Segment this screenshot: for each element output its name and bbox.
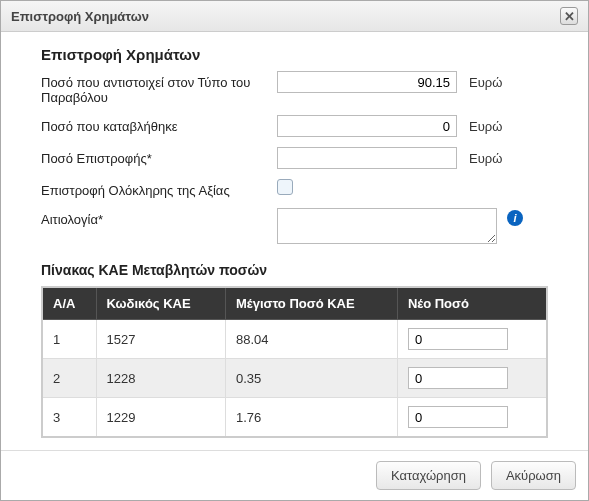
th-code: Κωδικός ΚΑΕ	[96, 287, 225, 320]
cell-new	[397, 320, 547, 359]
dialog-title: Επιστροφή Χρημάτων	[11, 9, 149, 24]
dialog-content: Επιστροφή Χρημάτων Ποσό που αντιστοιχεί …	[1, 32, 588, 451]
amount-type-label: Ποσό που αντιστοιχεί στον Τύπο του Παραβ…	[41, 71, 271, 105]
amount-type-unit: Ευρώ	[463, 71, 502, 90]
refund-dialog: Επιστροφή Χρημάτων ✕ Επιστροφή Χρημάτων …	[0, 0, 589, 501]
row-justification: Αιτιολογία* i	[41, 208, 548, 244]
amount-paid-input[interactable]	[277, 115, 457, 137]
cell-aa: 1	[42, 320, 96, 359]
table-heading: Πίνακας ΚΑΕ Μεταβλητών ποσών	[41, 262, 548, 278]
new-amount-input[interactable]	[408, 328, 508, 350]
full-refund-label: Επιστροφή Ολόκληρης της Αξίας	[41, 179, 271, 198]
row-amount-type: Ποσό που αντιστοιχεί στον Τύπο του Παραβ…	[41, 71, 548, 105]
th-max: Μέγιστο Ποσό ΚΑΕ	[225, 287, 397, 320]
cell-max: 1.76	[225, 398, 397, 438]
cell-max: 0.35	[225, 359, 397, 398]
row-amount-paid: Ποσό που καταβλήθηκε Ευρώ	[41, 115, 548, 137]
cell-new	[397, 359, 547, 398]
table-row: 212280.35	[42, 359, 547, 398]
justification-label: Αιτιολογία*	[41, 208, 271, 227]
justification-textarea[interactable]	[277, 208, 497, 244]
row-full-refund: Επιστροφή Ολόκληρης της Αξίας	[41, 179, 548, 198]
section-title: Επιστροφή Χρημάτων	[41, 46, 548, 63]
cell-aa: 3	[42, 398, 96, 438]
amount-paid-label: Ποσό που καταβλήθηκε	[41, 115, 271, 134]
cancel-button[interactable]: Ακύρωση	[491, 461, 576, 490]
row-refund-amount: Ποσό Επιστροφής* Ευρώ	[41, 147, 548, 169]
cell-new	[397, 398, 547, 438]
refund-amount-label: Ποσό Επιστροφής*	[41, 147, 271, 166]
close-button[interactable]: ✕	[560, 7, 578, 25]
refund-amount-input[interactable]	[277, 147, 457, 169]
th-new: Νέο Ποσό	[397, 287, 547, 320]
close-icon: ✕	[564, 9, 575, 24]
submit-button[interactable]: Καταχώρηση	[376, 461, 481, 490]
cell-code: 1229	[96, 398, 225, 438]
new-amount-input[interactable]	[408, 367, 508, 389]
cell-max: 88.04	[225, 320, 397, 359]
th-aa: Α/Α	[42, 287, 96, 320]
dialog-titlebar: Επιστροφή Χρημάτων ✕	[1, 1, 588, 32]
full-refund-checkbox[interactable]	[277, 179, 293, 195]
cell-aa: 2	[42, 359, 96, 398]
dialog-buttonbar: Καταχώρηση Ακύρωση	[1, 451, 588, 500]
kae-table: Α/Α Κωδικός ΚΑΕ Μέγιστο Ποσό ΚΑΕ Νέο Ποσ…	[41, 286, 548, 438]
amount-paid-unit: Ευρώ	[463, 115, 502, 134]
amount-type-input[interactable]	[277, 71, 457, 93]
table-row: 1152788.04	[42, 320, 547, 359]
info-icon[interactable]: i	[507, 210, 523, 226]
cell-code: 1527	[96, 320, 225, 359]
table-row: 312291.76	[42, 398, 547, 438]
refund-amount-unit: Ευρώ	[463, 147, 502, 166]
new-amount-input[interactable]	[408, 406, 508, 428]
cell-code: 1228	[96, 359, 225, 398]
